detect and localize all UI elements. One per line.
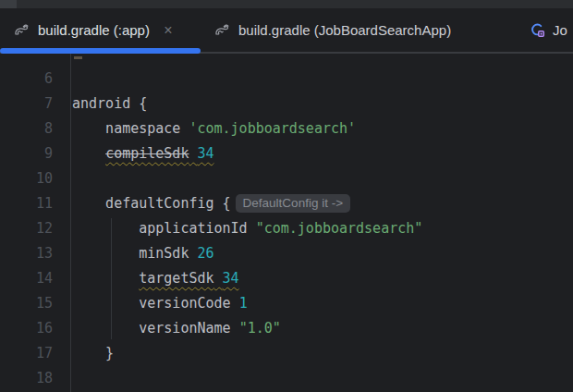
code-token: "com.jobboardsearch" bbox=[256, 220, 423, 237]
gutter-line-number[interactable]: 13 bbox=[0, 241, 70, 266]
code-editor[interactable]: 6789101112131415161718 android { namespa… bbox=[0, 54, 573, 392]
warning-squiggle bbox=[214, 270, 223, 287]
code-token: defaultConfig { bbox=[72, 195, 231, 212]
warning-squiggle: 34 bbox=[223, 270, 239, 287]
editor-tab-bar: build.gradle (:app) × build.gradle (JobB… bbox=[0, 8, 573, 54]
code-line[interactable] bbox=[72, 67, 573, 92]
gutter-line-number[interactable]: 9 bbox=[0, 141, 70, 166]
code-token: versionCode bbox=[72, 295, 239, 312]
code-token: namespace bbox=[72, 120, 189, 137]
code-token bbox=[72, 145, 105, 162]
code-line[interactable] bbox=[72, 166, 573, 191]
code-token: applicationId bbox=[72, 220, 256, 237]
gutter-line-number[interactable]: 8 bbox=[0, 116, 70, 141]
warning-squiggle: compileSdk bbox=[105, 145, 189, 162]
clipped-line-fragment bbox=[74, 56, 82, 59]
code-token: 34 bbox=[223, 270, 239, 287]
code-token: android { bbox=[72, 95, 147, 112]
close-tab-icon[interactable]: × bbox=[161, 23, 176, 38]
code-token: targetSdk bbox=[139, 270, 213, 287]
code-line[interactable]: targetSdk 34 bbox=[72, 266, 573, 291]
code-token: } bbox=[72, 345, 114, 361]
gutter-line-number[interactable]: 12 bbox=[0, 216, 70, 241]
code-token: "1.0" bbox=[239, 320, 281, 337]
gutter-line-number[interactable]: 14 bbox=[0, 266, 70, 291]
warning-squiggle: 34 bbox=[197, 145, 213, 162]
gutter-line-number[interactable]: 17 bbox=[0, 341, 70, 366]
code-token: 34 bbox=[197, 145, 213, 162]
code-line[interactable]: defaultConfig {DefaultConfig it -> bbox=[72, 191, 573, 216]
gutter-line-number[interactable]: 6 bbox=[0, 67, 70, 92]
code-content[interactable]: android { namespace 'com.jobboardsearch'… bbox=[71, 54, 573, 392]
gutter-line-number[interactable]: 15 bbox=[0, 291, 70, 316]
line-number-gutter[interactable]: 6789101112131415161718 bbox=[0, 54, 71, 392]
top-left-corner-block bbox=[0, 0, 17, 8]
code-line[interactable]: } bbox=[72, 341, 573, 366]
gradle-elephant-icon bbox=[213, 23, 231, 37]
code-line[interactable]: minSdk 26 bbox=[72, 241, 573, 266]
code-token: minSdk bbox=[72, 245, 197, 262]
code-line[interactable]: versionName "1.0" bbox=[72, 316, 573, 341]
code-token bbox=[72, 270, 139, 287]
code-token: compileSdk bbox=[105, 145, 189, 162]
class-icon bbox=[530, 22, 545, 38]
indent-guide-line bbox=[111, 218, 112, 339]
gradle-elephant-icon bbox=[12, 23, 30, 37]
inlay-hint: DefaultConfig it -> bbox=[236, 194, 350, 213]
tab-build-gradle-app[interactable]: build.gradle (:app) × bbox=[0, 8, 201, 52]
code-line[interactable]: applicationId "com.jobboardsearch" bbox=[72, 216, 573, 241]
tab-label: build.gradle (:app) bbox=[38, 22, 150, 38]
code-token: 1 bbox=[239, 295, 248, 312]
gutter-line-number[interactable]: 10 bbox=[0, 166, 70, 191]
code-token: 26 bbox=[197, 245, 213, 262]
code-line[interactable] bbox=[72, 366, 573, 391]
code-token: versionName bbox=[72, 320, 239, 337]
tab-label: Jo bbox=[553, 22, 567, 38]
code-token: 'com.jobboardsearch' bbox=[189, 120, 356, 137]
active-tab-indicator bbox=[0, 48, 201, 54]
code-token bbox=[214, 270, 223, 287]
tab-truncated-file[interactable]: Jo bbox=[519, 8, 573, 52]
gutter-line-number[interactable]: 7 bbox=[0, 92, 70, 116]
code-line[interactable]: versionCode 1 bbox=[72, 291, 573, 316]
code-line[interactable]: namespace 'com.jobboardsearch' bbox=[72, 116, 573, 141]
gutter-line-number[interactable]: 11 bbox=[0, 191, 70, 216]
window-top-strip bbox=[0, 0, 573, 8]
gutter-line-number[interactable]: 18 bbox=[0, 366, 70, 391]
gutter-line-number[interactable]: 16 bbox=[0, 316, 70, 341]
warning-squiggle: targetSdk bbox=[139, 270, 213, 287]
tab-label: build.gradle (JobBoardSearchApp) bbox=[238, 22, 451, 38]
code-line[interactable]: android { bbox=[72, 92, 573, 116]
code-line[interactable]: compileSdk 34 bbox=[72, 141, 573, 166]
tab-build-gradle-project[interactable]: build.gradle (JobBoardSearchApp) bbox=[201, 8, 519, 52]
